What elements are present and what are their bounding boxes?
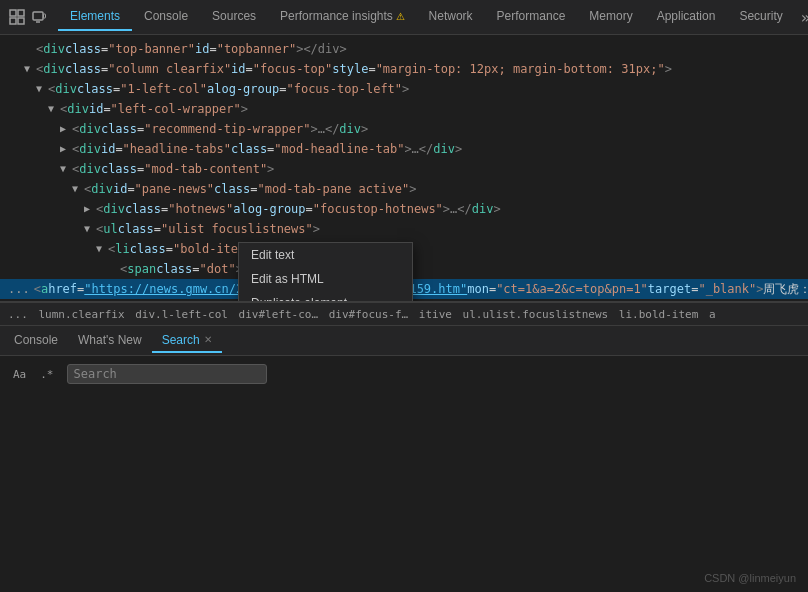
- expand-arrow[interactable]: [72, 180, 84, 198]
- tab-elements[interactable]: Elements: [58, 3, 132, 31]
- breadcrumb-item[interactable]: itive: [419, 308, 452, 321]
- toolbar-icons: [8, 8, 48, 26]
- tab-search[interactable]: Search ✕: [152, 329, 222, 353]
- svg-rect-5: [44, 14, 46, 18]
- breadcrumb-item[interactable]: div#left-co…: [239, 308, 318, 321]
- search-options: Aa .*: [8, 365, 59, 384]
- tab-bar: Elements Console Sources Performance ins…: [58, 2, 808, 33]
- expand-arrow[interactable]: [60, 160, 72, 178]
- bottom-content: Aa .*: [0, 356, 808, 392]
- tree-row[interactable]: <div class="recommend-tip-wrapper">…</di…: [0, 119, 808, 139]
- close-search-tab[interactable]: ✕: [204, 334, 212, 345]
- context-menu: Edit text Edit as HTML Duplicate element…: [238, 242, 413, 302]
- regex-button[interactable]: .*: [35, 365, 58, 384]
- expand-arrow[interactable]: [84, 200, 96, 218]
- tree-row[interactable]: <div id="pane-news" class="mod-tab-pane …: [0, 179, 808, 199]
- breadcrumb-item[interactable]: div#focus-f…: [329, 308, 408, 321]
- breadcrumb-item[interactable]: li.bold-item: [619, 308, 698, 321]
- search-input[interactable]: [74, 367, 260, 381]
- breadcrumb-bar: ... lumn.clearfix div.l-left-col div#lef…: [0, 302, 808, 326]
- devtools-toolbar: Elements Console Sources Performance ins…: [0, 0, 808, 35]
- tab-overflow[interactable]: »: [795, 2, 808, 33]
- elements-panel: <div class="top-banner" id="topbanner"><…: [0, 35, 808, 302]
- main-area: <div class="top-banner" id="topbanner"><…: [0, 35, 808, 592]
- svg-rect-2: [10, 18, 16, 24]
- tree-row[interactable]: <div class="top-banner" id="topbanner"><…: [0, 39, 808, 59]
- breadcrumb-item[interactable]: div.l-left-col: [135, 308, 228, 321]
- tab-memory[interactable]: Memory: [577, 3, 644, 31]
- tree-row[interactable]: <div id="left-col-wrapper">: [0, 99, 808, 119]
- tab-network[interactable]: Network: [417, 3, 485, 31]
- expand-arrow[interactable]: [24, 60, 36, 78]
- menu-item-edit-html[interactable]: Edit as HTML: [239, 267, 412, 291]
- breadcrumb-item[interactable]: lumn.clearfix: [39, 308, 125, 321]
- svg-rect-3: [18, 18, 24, 24]
- expand-arrow[interactable]: [60, 120, 72, 138]
- tab-sources[interactable]: Sources: [200, 3, 268, 31]
- watermark: CSDN @linmeiyun: [704, 572, 796, 584]
- menu-item-duplicate[interactable]: Duplicate element: [239, 291, 412, 302]
- device-icon[interactable]: [30, 8, 48, 26]
- tree-row[interactable]: <div id="headline-tabs" class="mod-headl…: [0, 139, 808, 159]
- expand-arrow[interactable]: [60, 140, 72, 158]
- case-sensitive-button[interactable]: Aa: [8, 365, 31, 384]
- menu-item-edit-text[interactable]: Edit text: [239, 243, 412, 267]
- breadcrumb-item[interactable]: ul.ulist.focuslistnews: [463, 308, 609, 321]
- bottom-panel: Console What's New Search ✕ Aa .*: [0, 326, 808, 592]
- tab-performance-insights[interactable]: Performance insights: [268, 3, 417, 31]
- expand-arrow[interactable]: [36, 80, 48, 98]
- tree-row[interactable]: <ul class="ulist focuslistnews">: [0, 219, 808, 239]
- svg-rect-0: [10, 10, 16, 16]
- bottom-tabs: Console What's New Search ✕: [0, 326, 808, 356]
- breadcrumb-item[interactable]: ...: [8, 308, 28, 321]
- inspect-icon[interactable]: [8, 8, 26, 26]
- tab-console[interactable]: Console: [132, 3, 200, 31]
- svg-rect-4: [33, 12, 43, 20]
- tree-row[interactable]: <div class="1-left-col" alog-group="focu…: [0, 79, 808, 99]
- tree-row[interactable]: <div class="hotnews" alog-group="focusto…: [0, 199, 808, 219]
- tab-security[interactable]: Security: [727, 3, 794, 31]
- expand-arrow[interactable]: [96, 240, 108, 258]
- svg-rect-1: [18, 10, 24, 16]
- tab-performance[interactable]: Performance: [485, 3, 578, 31]
- tree-row[interactable]: <div class="mod-tab-content">: [0, 159, 808, 179]
- search-input-wrapper: [67, 364, 267, 384]
- breadcrumb-item[interactable]: a: [709, 308, 716, 321]
- tree-row[interactable]: <div class="column clearfix" id="focus-t…: [0, 59, 808, 79]
- expand-arrow[interactable]: [48, 100, 60, 118]
- tab-whats-new[interactable]: What's New: [68, 329, 152, 353]
- tab-console-bottom[interactable]: Console: [4, 329, 68, 353]
- expand-arrow[interactable]: [84, 220, 96, 238]
- tab-application[interactable]: Application: [645, 3, 728, 31]
